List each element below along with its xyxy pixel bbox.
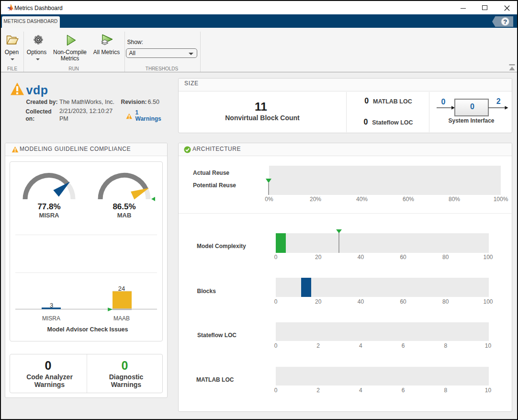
svg-text:0: 0 — [470, 102, 474, 111]
svg-text:MISRA: MISRA — [39, 212, 60, 219]
svg-text:MISRA: MISRA — [42, 315, 60, 322]
svg-text:MAB: MAB — [117, 212, 132, 219]
svg-text:0: 0 — [441, 98, 446, 106]
svg-text:3: 3 — [50, 302, 53, 309]
svg-text:2: 2 — [496, 97, 501, 105]
svg-text:?: ? — [503, 18, 507, 25]
svg-text:MAAB: MAAB — [113, 315, 130, 322]
svg-text:24: 24 — [118, 285, 125, 292]
svg-text:86.5%: 86.5% — [113, 202, 135, 211]
svg-text:77.8%: 77.8% — [37, 202, 60, 211]
svg-text:Model Advisor Check Issues: Model Advisor Check Issues — [47, 326, 128, 333]
